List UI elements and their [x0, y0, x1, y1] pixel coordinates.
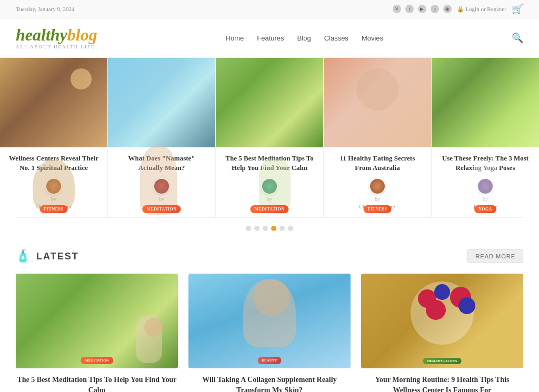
latest-card-title-1: The 5 Best Meditation Tips To Help You F… — [16, 375, 178, 392]
nav-features[interactable]: Features — [257, 34, 284, 42]
badge-3: MEDITATION — [250, 205, 288, 213]
carousel-item-5[interactable]: YOGA Use These Freely: The 3 Most Relaxi… — [431, 58, 539, 217]
youtube-icon[interactable]: ▶ — [418, 5, 426, 13]
carousel-items: FITNESS Wellness Centers Reveal Their No… — [0, 58, 539, 217]
bottle-icon: 🧴 — [16, 249, 31, 263]
nav-movies[interactable]: Movies — [362, 34, 383, 42]
latest-grid: MEDITATION The 5 Best Meditation Tips To… — [16, 274, 523, 392]
latest-title: 🧴 LATEST — [16, 249, 79, 263]
author-avatar-4 — [369, 178, 386, 195]
dot-6[interactable] — [288, 226, 293, 231]
dot-1[interactable] — [246, 226, 251, 231]
badge-5: YOGA — [474, 205, 496, 213]
badge-1: FITNESS — [40, 205, 68, 213]
latest-badge-1: MEDITATION — [81, 357, 113, 364]
logo: healthyblog ALL ABOUT HEALTH LIFE — [16, 26, 97, 49]
login-area: 🔒 Login or Register — [457, 6, 506, 13]
read-more-button[interactable]: READ MORE — [467, 249, 523, 263]
logo-tagline: ALL ABOUT HEALTH LIFE — [16, 44, 97, 49]
latest-card-3[interactable]: HEALTHY RECIPES Your Morning Routine: 9 … — [361, 274, 523, 392]
twitter-icon[interactable]: ✕ — [393, 5, 401, 13]
latest-section: 🧴 LATEST READ MORE MEDITATION The 5 Best… — [0, 239, 539, 392]
carousel-item-1[interactable]: FITNESS Wellness Centers Reveal Their No… — [0, 58, 107, 217]
carousel-item-2[interactable]: MEDITATION What Does "Namaste" Actually … — [107, 58, 215, 217]
login-link[interactable]: Login — [465, 6, 479, 12]
latest-badge-2: BEAUTY — [257, 357, 281, 364]
carousel-image-1 — [0, 58, 107, 147]
main-content: FITNESS Wellness Centers Reveal Their No… — [0, 58, 539, 392]
latest-card-2[interactable]: BEAUTY Will Taking A Collagen Supplement… — [188, 274, 351, 392]
latest-card-title-3: Your Morning Routine: 9 Health Tips This… — [361, 375, 523, 392]
latest-image-1: MEDITATION — [16, 274, 178, 368]
pinterest-icon[interactable]: p — [431, 5, 439, 13]
badge-4: FITNESS — [364, 205, 392, 213]
register-link[interactable]: Register — [487, 6, 506, 12]
nav-classes[interactable]: Classes — [324, 34, 348, 42]
latest-image-2: BEAUTY — [188, 274, 351, 368]
carousel-image-2 — [108, 58, 215, 147]
header: healthyblog ALL ABOUT HEALTH LIFE Home F… — [0, 18, 539, 58]
instagram-icon[interactable]: ◉ — [443, 5, 452, 13]
top-bar: Tuesday, January 9, 2024 ✕ f ▶ p ◉ 🔒 Log… — [0, 0, 539, 18]
carousel-item-3[interactable]: MEDITATION The 5 Best Meditation Tips To… — [215, 58, 323, 217]
dot-3[interactable] — [263, 226, 268, 231]
nav-home[interactable]: Home — [226, 34, 244, 42]
main-nav: Home Features Blog Classes Movies — [226, 34, 383, 42]
carousel-section: FITNESS Wellness Centers Reveal Their No… — [0, 58, 539, 239]
search-icon[interactable]: 🔍 — [512, 32, 523, 44]
cart-icon[interactable]: 🛒 — [512, 3, 523, 15]
latest-badge-3: HEALTHY RECIPES — [423, 358, 462, 364]
carousel-image-4 — [324, 58, 431, 147]
carousel-item-4[interactable]: FITNESS 11 Healthy Eating Secrets From A… — [323, 58, 431, 217]
social-icons: ✕ f ▶ p ◉ — [393, 5, 452, 13]
carousel-image-5 — [432, 58, 539, 147]
carousel-title-4: 11 Healthy Eating Secrets From Australia — [332, 154, 423, 173]
latest-image-3: HEALTHY RECIPES — [361, 274, 523, 368]
dot-4[interactable] — [271, 226, 276, 231]
carousel-image-3 — [216, 58, 323, 147]
latest-header: 🧴 LATEST READ MORE — [16, 249, 523, 263]
top-bar-right: ✕ f ▶ p ◉ 🔒 Login or Register 🛒 — [393, 3, 523, 15]
carousel-dots — [0, 218, 539, 239]
latest-card-title-2: Will Taking A Collagen Supplement Really… — [188, 375, 351, 392]
date-display: Tuesday, January 9, 2024 — [16, 6, 75, 12]
dot-2[interactable] — [254, 226, 259, 231]
nav-blog[interactable]: Blog — [297, 34, 311, 42]
facebook-icon[interactable]: f — [405, 5, 414, 13]
author-info-4: by Charles Martinez — [332, 178, 423, 209]
latest-label: LATEST — [36, 251, 79, 262]
badge-2: MEDITATION — [142, 205, 181, 213]
latest-card-1[interactable]: MEDITATION The 5 Best Meditation Tips To… — [16, 274, 178, 392]
logo-text: healthyblog — [16, 26, 97, 43]
dot-5[interactable] — [280, 226, 285, 231]
